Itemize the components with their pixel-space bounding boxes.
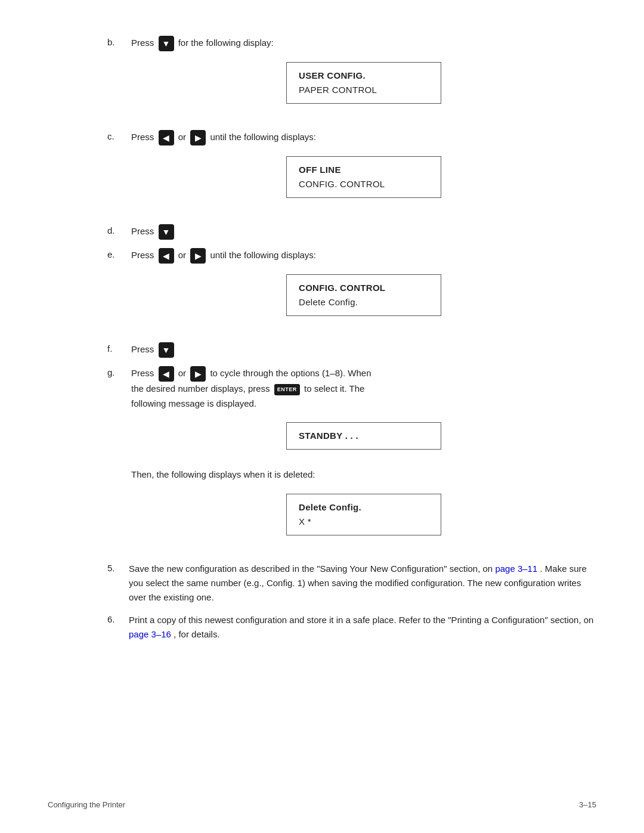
step-g-text-cont3: following message is displayed. [131, 398, 256, 408]
step-e-text-before: Press [131, 250, 154, 260]
display-config-line2: Delete Config. [299, 295, 429, 309]
step-c-text-after: until the following displays: [210, 132, 316, 142]
step-g-then-text: Then, the following displays when it is … [131, 469, 315, 479]
step-d-content: Press ▼ [131, 224, 596, 240]
step-d-letter: d. [107, 224, 131, 236]
step-g-text-cont2: to select it. The [304, 383, 364, 394]
display-delete-config: Delete Config. X * [286, 494, 441, 535]
step-g-or: or [178, 368, 186, 378]
display-standby: STANDBY . . . [286, 422, 441, 450]
display-standby-line1: STANDBY . . . [299, 429, 429, 443]
display-off-line: OFF LINE CONFIG. CONTROL [286, 156, 441, 198]
step-g-content: Press ◀ or ▶ to cycle through the option… [131, 366, 596, 553]
step-f: f. Press ▼ [107, 342, 596, 358]
num-5-link[interactable]: page 3–11 [495, 563, 537, 574]
display-offline-line2: CONFIG. CONTROL [299, 177, 429, 191]
step-g: g. Press ◀ or ▶ to cycle through the opt… [107, 366, 596, 553]
step-c-or: or [178, 132, 186, 142]
num-6-text2: , for details. [174, 629, 220, 639]
left-arrow-icon-c: ◀ [159, 130, 174, 145]
num-6-content: Print a copy of this newest configuratio… [129, 613, 596, 642]
step-e-letter: e. [107, 248, 131, 259]
right-arrow-icon-e: ▶ [190, 248, 206, 264]
display-delete-line1: Delete Config. [299, 500, 429, 515]
num-5-content: Save the new configuration as described … [129, 562, 596, 605]
display-config-control: CONFIG. CONTROL Delete Config. [286, 274, 441, 316]
numbered-item-6: 6. Print a copy of this newest configura… [107, 613, 596, 642]
right-arrow-icon-g: ▶ [190, 366, 206, 382]
step-c-letter: c. [107, 130, 131, 141]
step-g-text-before: Press [131, 368, 154, 378]
right-arrow-icon-c: ▶ [190, 130, 206, 145]
num-6-text: Print a copy of this newest configuratio… [129, 615, 593, 625]
step-g-multiline: Press ◀ or ▶ to cycle through the option… [131, 368, 371, 408]
step-c-text-before: Press [131, 132, 154, 142]
step-c-content: Press ◀ or ▶ until the following display… [131, 130, 596, 216]
step-c: c. Press ◀ or ▶ until the following disp… [107, 130, 596, 216]
step-g-text-cont: the desired number displays, press [131, 383, 270, 394]
step-f-text: Press [131, 344, 154, 354]
num-6-link[interactable]: page 3–16 [129, 629, 171, 639]
display-config-line1: CONFIG. CONTROL [299, 281, 429, 295]
enter-button-icon: ENTER [274, 384, 300, 395]
step-g-letter: g. [107, 366, 131, 377]
num-6-label: 6. [107, 613, 129, 624]
step-e-text-after: until the following displays: [210, 250, 316, 260]
step-f-content: Press ▼ [131, 342, 596, 358]
step-e: e. Press ◀ or ▶ until the following disp… [107, 248, 596, 334]
step-d-text: Press [131, 226, 154, 236]
step-g-text-after: to cycle through the options (1–8). When [210, 368, 371, 378]
display-line1: USER CONFIG. [299, 69, 429, 83]
numbered-item-5: 5. Save the new configuration as describ… [107, 562, 596, 605]
footer-left: Configuring the Printer [48, 800, 125, 809]
left-arrow-icon-e: ◀ [159, 248, 174, 264]
page-footer: Configuring the Printer 3–15 [48, 800, 596, 809]
down-arrow-icon-f: ▼ [159, 342, 174, 358]
step-f-letter: f. [107, 342, 131, 354]
step-b: b. Press ▼ for the following display: US… [107, 36, 596, 122]
display-delete-line2: X * [299, 515, 429, 529]
down-arrow-icon-b: ▼ [159, 36, 174, 51]
step-d: d. Press ▼ [107, 224, 596, 240]
step-b-content: Press ▼ for the following display: USER … [131, 36, 596, 122]
display-offline-line1: OFF LINE [299, 163, 429, 177]
page: b. Press ▼ for the following display: US… [0, 0, 644, 833]
display-line2: PAPER CONTROL [299, 83, 429, 97]
step-b-text-after: for the following display: [178, 38, 274, 48]
step-b-letter: b. [107, 36, 131, 47]
display-user-config: USER CONFIG. PAPER CONTROL [286, 62, 441, 104]
down-arrow-icon-d: ▼ [159, 224, 174, 240]
num-5-label: 5. [107, 562, 129, 573]
step-e-content: Press ◀ or ▶ until the following display… [131, 248, 596, 334]
footer-right: 3–15 [579, 800, 596, 809]
left-arrow-icon-g: ◀ [159, 366, 174, 382]
step-e-or: or [178, 250, 186, 260]
step-b-text-before: Press [131, 38, 154, 48]
num-5-text: Save the new configuration as described … [129, 563, 493, 574]
